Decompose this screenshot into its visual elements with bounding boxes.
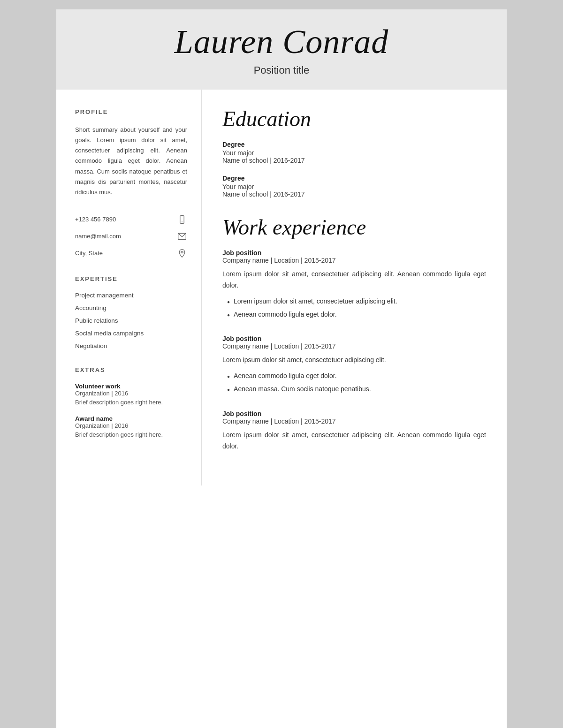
phone-number: +123 456 7890 [75, 216, 116, 223]
profile-section: PROFILE Short summary about yourself and… [75, 108, 187, 197]
work-entry-1: Job position Company name | Location | 2… [222, 249, 486, 320]
edu-entry-1: Degree Your major Name of school | 2016-… [222, 141, 486, 164]
edu-major-2: Your major [222, 183, 486, 190]
work-bullet-2-2: Aenean massa. Cum sociis natoque penatib… [227, 384, 486, 395]
work-section: Work experience Job position Company nam… [222, 215, 486, 452]
extras-entry-org-1: Organization | 2016 [75, 390, 187, 397]
work-position-2: Job position [222, 335, 486, 342]
work-company-3: Company name | Location | 2015-2017 [222, 417, 486, 425]
extras-entry-desc-1: Brief description goes right here. [75, 399, 187, 406]
work-company-1: Company name | Location | 2015-2017 [222, 257, 486, 264]
phone-icon [177, 214, 187, 225]
expertise-item-3: Public relations [75, 317, 187, 324]
position-title: Position title [66, 64, 497, 76]
profile-text: Short summary about yourself and your go… [75, 125, 187, 197]
extras-entry-desc-2: Brief description goes right here. [75, 431, 187, 438]
work-bullets-1: Lorem ipsum dolor sit amet, consectetuer… [222, 296, 486, 320]
work-entry-2: Job position Company name | Location | 2… [222, 335, 486, 394]
work-bullet-2-1: Aenean commodo ligula eget dolor. [227, 371, 486, 382]
expertise-item-5: Negotiation [75, 342, 187, 349]
work-entry-3: Job position Company name | Location | 2… [222, 410, 486, 452]
extras-entry-org-2: Organization | 2016 [75, 422, 187, 429]
work-position-1: Job position [222, 249, 486, 257]
main-content: Education Degree Your major Name of scho… [202, 90, 507, 485]
svg-point-3 [181, 251, 183, 253]
email-icon [177, 231, 187, 242]
work-bullet-1-1: Lorem ipsum dolor sit amet, consectetuer… [227, 296, 486, 307]
expertise-item-4: Social media campaigns [75, 330, 187, 337]
profile-section-title: PROFILE [75, 108, 187, 118]
location-contact: City, State [75, 248, 187, 258]
work-heading: Work experience [222, 215, 486, 240]
email-address: name@mail.com [75, 233, 121, 240]
extras-section-title: EXTRAS [75, 366, 187, 376]
extras-entry-title-1: Volunteer work [75, 383, 187, 390]
candidate-name: Lauren Conrad [66, 23, 497, 61]
education-heading: Education [222, 106, 486, 131]
work-position-3: Job position [222, 410, 486, 417]
sidebar: PROFILE Short summary about yourself and… [56, 90, 202, 485]
edu-degree-2: Degree [222, 174, 486, 182]
education-section: Education Degree Your major Name of scho… [222, 106, 486, 198]
svg-rect-0 [180, 216, 184, 224]
work-desc-1: Lorem ipsum dolor sit amet, consectetuer… [222, 269, 486, 291]
edu-school-1: Name of school | 2016-2017 [222, 157, 486, 164]
work-company-2: Company name | Location | 2015-2017 [222, 342, 486, 350]
extras-entry-2: Award name Organization | 2016 Brief des… [75, 415, 187, 438]
extras-entry-title-2: Award name [75, 415, 187, 422]
expertise-section: EXPERTISE Project management Accounting … [75, 275, 187, 349]
expertise-item-1: Project management [75, 292, 187, 299]
edu-school-2: Name of school | 2016-2017 [222, 190, 486, 198]
work-desc-3: Lorem ipsum dolor sit amet, consectetuer… [222, 430, 486, 452]
work-desc-2: Lorem ipsum dolor sit amet, consectetuer… [222, 355, 486, 366]
extras-section: EXTRAS Volunteer work Organization | 201… [75, 366, 187, 438]
header: Lauren Conrad Position title [56, 9, 507, 90]
phone-contact: +123 456 7890 [75, 214, 187, 225]
edu-degree-1: Degree [222, 141, 486, 148]
body-content: PROFILE Short summary about yourself and… [56, 90, 507, 485]
expertise-section-title: EXPERTISE [75, 275, 187, 285]
contact-section: +123 456 7890 name@mail.com [75, 214, 187, 258]
work-bullets-2: Aenean commodo ligula eget dolor. Aenean… [222, 371, 486, 395]
location-text: City, State [75, 250, 103, 257]
expertise-item-2: Accounting [75, 304, 187, 311]
extras-entry-1: Volunteer work Organization | 2016 Brief… [75, 383, 187, 406]
edu-major-1: Your major [222, 149, 486, 157]
work-bullet-1-2: Aenean commodo ligula eget dolor. [227, 309, 486, 320]
resume-page: Lauren Conrad Position title PROFILE Sho… [56, 9, 507, 728]
location-icon [177, 248, 187, 258]
edu-entry-2: Degree Your major Name of school | 2016-… [222, 174, 486, 198]
email-contact: name@mail.com [75, 231, 187, 242]
